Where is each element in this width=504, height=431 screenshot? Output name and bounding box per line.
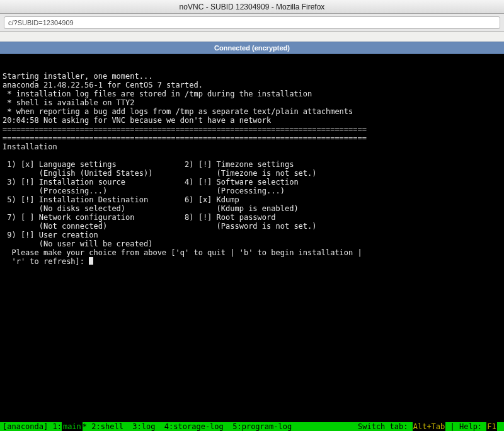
terminal-output: Starting installer, one moment... anacon… [0,72,504,266]
url-input[interactable]: c/?SUBID=12304909 [4,16,500,29]
terminal[interactable]: Starting installer, one moment... anacon… [0,54,504,431]
window-titlebar: noVNC - SUBID 12304909 - Mozilla Firefox [0,0,504,14]
novnc-status-bar: Connected (encrypted) [0,42,504,54]
status-active-tab: main [62,422,83,431]
terminal-cursor [89,257,93,265]
status-right: Switch tab: Alt+Tab | Help: F1 [358,422,501,431]
browser-chrome-gap [0,32,504,42]
tmux-status-bar: [anaconda] 1:main* 2:shell 3:log 4:stora… [0,422,504,431]
novnc-status-text: Connected (encrypted) [214,44,290,52]
browser-toolbar: c/?SUBID=12304909 [0,14,504,32]
window-title: noVNC - SUBID 12304909 - Mozilla Firefox [180,3,325,11]
url-text: c/?SUBID=12304909 [8,19,74,26]
status-left: [anaconda] 1:main* 2:shell 3:log 4:stora… [3,422,296,431]
